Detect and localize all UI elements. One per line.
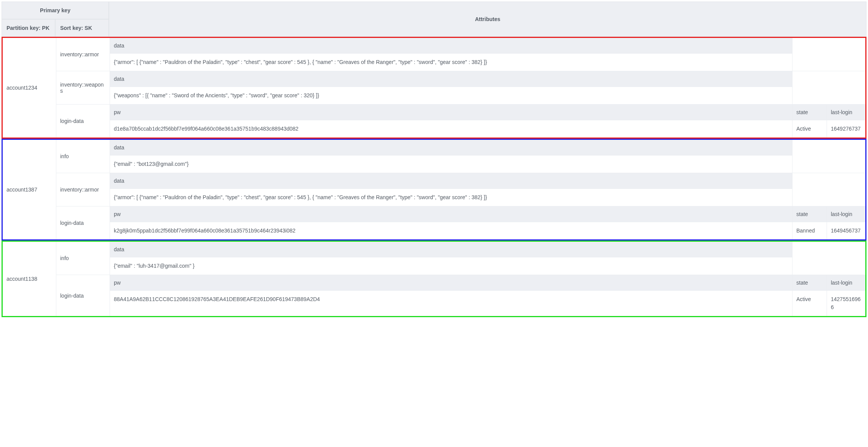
attribute-column: data{"weapons" : [{ "name" : "Sword of t…	[110, 71, 793, 104]
table-row: login-datapwk2g8jk0m5ppab1dc2f56bbf7e99f…	[56, 206, 865, 239]
attribute-value: k2g8jk0m5ppab1dc2f56bbf7e99f064a660c08e3…	[110, 222, 792, 239]
table-row: inventory::armordata{"armor": [ {"name" …	[56, 38, 865, 71]
attribute-name: data	[110, 38, 792, 54]
sort-key-header: Sort key: SK	[55, 19, 109, 37]
sort-key-cell: inventory::armor	[56, 173, 110, 206]
primary-key-sub-headers: Partition key: PK Sort key: SK	[2, 19, 109, 37]
attribute-name: data	[110, 71, 792, 87]
attribute-value: Active	[793, 291, 827, 316]
empty-attribute-space	[793, 38, 865, 71]
attributes-wrapper: data{"armor": [ {"name" : "Pauldron of t…	[110, 38, 865, 71]
sort-key-cell: inventory::armor	[56, 38, 110, 71]
attribute-value: 1649276737	[827, 120, 865, 138]
attribute-column: data{"armor": [ {"name" : "Pauldron of t…	[110, 38, 793, 71]
attribute-name: state	[793, 206, 827, 222]
attribute-name: last-login	[827, 105, 865, 120]
attribute-value: 1649456737	[827, 222, 865, 239]
sort-key-cell: login-data	[56, 105, 110, 138]
primary-key-header-group: Primary key Partition key: PK Sort key: …	[2, 2, 109, 37]
attribute-column: pw88A41A9A62B11CCC8C120861928765A3EA41DE…	[110, 275, 793, 316]
attribute-column: pwk2g8jk0m5ppab1dc2f56bbf7e99f064a660c08…	[110, 206, 793, 239]
account-group: account1387infodata{"email" : "bot123@gm…	[2, 139, 866, 241]
attribute-name: last-login	[827, 275, 865, 291]
table-row: login-datapwd1e8a70b5ccab1dc2f56bbf7e99f…	[56, 105, 865, 138]
attributes-wrapper: data{"email" : "luh-3417@gmail.com" }	[110, 242, 865, 275]
attribute-value: {"armor": [ {"name" : "Pauldron of the P…	[110, 189, 792, 206]
attribute-name: data	[110, 173, 792, 189]
dynamodb-table: Primary key Partition key: PK Sort key: …	[2, 2, 866, 317]
attribute-column: last-login1649276737	[827, 105, 865, 138]
attribute-value: Banned	[793, 222, 827, 239]
partition-key-cell: account1387	[3, 140, 56, 239]
attributes-wrapper: data{"weapons" : [{ "name" : "Sword of t…	[110, 71, 865, 104]
attributes-wrapper: pw88A41A9A62B11CCC8C120861928765A3EA41DE…	[110, 275, 865, 316]
attribute-name: last-login	[827, 206, 865, 222]
empty-attribute-space	[793, 140, 865, 173]
table-row: inventory::weaponsdata{"weapons" : [{ "n…	[56, 71, 865, 105]
primary-key-header: Primary key	[2, 2, 109, 19]
attribute-name: pw	[110, 105, 792, 120]
attribute-column: last-login1649456737	[827, 206, 865, 239]
attribute-value: 88A41A9A62B11CCC8C120861928765A3EA41DEB9…	[110, 291, 792, 316]
attributes-wrapper: data{"armor": [ {"name" : "Pauldron of t…	[110, 173, 865, 206]
rows-container: infodata{"email" : "luh-3417@gmail.com" …	[56, 242, 865, 316]
rows-container: infodata{"email" : "bot123@gmail.com"}in…	[56, 140, 865, 239]
attribute-value: d1e8a70b5ccab1dc2f56bbf7e99f064a660c08e3…	[110, 120, 792, 138]
attribute-value: Active	[793, 120, 827, 138]
attribute-name: data	[110, 140, 792, 156]
empty-attribute-space	[793, 242, 865, 275]
attribute-value: {"armor": [ {"name" : "Pauldron of the P…	[110, 54, 792, 71]
table-row: infodata{"email" : "bot123@gmail.com"}	[56, 140, 865, 173]
attributes-header: Attributes	[109, 2, 866, 37]
account-group: account1138infodata{"email" : "luh-3417@…	[2, 241, 866, 317]
attribute-value: {"email" : "bot123@gmail.com"}	[110, 156, 792, 173]
partition-key-header: Partition key: PK	[2, 19, 55, 37]
attribute-value: {"weapons" : [{ "name" : "Sword of the A…	[110, 87, 792, 104]
rows-container: inventory::armordata{"armor": [ {"name" …	[56, 38, 865, 138]
attribute-column: stateBanned	[793, 206, 827, 239]
empty-attribute-space	[793, 173, 865, 206]
attribute-column: last-login14275516966	[827, 275, 865, 316]
attribute-column: stateActive	[793, 275, 827, 316]
attribute-name: data	[110, 242, 792, 257]
table-row: login-datapw88A41A9A62B11CCC8C1208619287…	[56, 275, 865, 316]
attribute-column: data{"email" : "bot123@gmail.com"}	[110, 140, 793, 173]
attribute-name: pw	[110, 206, 792, 222]
partition-key-cell: account1234	[3, 38, 56, 138]
attribute-column: stateActive	[793, 105, 827, 138]
attributes-wrapper: data{"email" : "bot123@gmail.com"}	[110, 140, 865, 173]
attributes-wrapper: pwk2g8jk0m5ppab1dc2f56bbf7e99f064a660c08…	[110, 206, 865, 239]
attribute-value: {"email" : "luh-3417@gmail.com" }	[110, 257, 792, 275]
attribute-name: state	[793, 275, 827, 291]
attribute-column: data{"email" : "luh-3417@gmail.com" }	[110, 242, 793, 275]
attribute-column: data{"armor": [ {"name" : "Pauldron of t…	[110, 173, 793, 206]
sort-key-cell: inventory::weapons	[56, 71, 110, 104]
table-row: inventory::armordata{"armor": [ {"name" …	[56, 173, 865, 206]
partition-key-cell: account1138	[3, 242, 56, 316]
table-header: Primary key Partition key: PK Sort key: …	[2, 2, 866, 37]
sort-key-cell: login-data	[56, 206, 110, 239]
attributes-wrapper: pwd1e8a70b5ccab1dc2f56bbf7e99f064a660c08…	[110, 105, 865, 138]
empty-attribute-space	[793, 71, 865, 104]
sort-key-cell: login-data	[56, 275, 110, 316]
attribute-name: state	[793, 105, 827, 120]
table-row: infodata{"email" : "luh-3417@gmail.com" …	[56, 242, 865, 275]
sort-key-cell: info	[56, 242, 110, 275]
attribute-name: pw	[110, 275, 792, 291]
sort-key-cell: info	[56, 140, 110, 173]
attribute-value: 14275516966	[827, 291, 865, 316]
attribute-column: pwd1e8a70b5ccab1dc2f56bbf7e99f064a660c08…	[110, 105, 793, 138]
account-group: account1234inventory::armordata{"armor":…	[2, 37, 866, 139]
